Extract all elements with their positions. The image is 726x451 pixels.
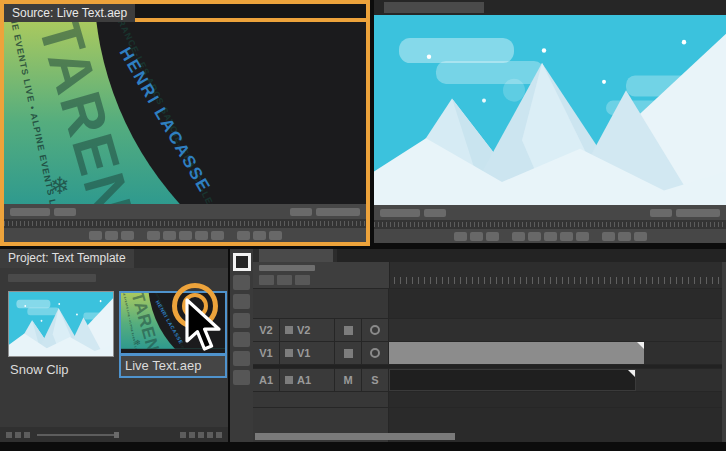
source-go-to-in-button[interactable] bbox=[147, 231, 160, 240]
ripple-edit-tool[interactable] bbox=[233, 294, 250, 309]
delete-icon[interactable] bbox=[216, 432, 222, 438]
source-overwrite-button[interactable] bbox=[253, 231, 266, 240]
selection-tool-active[interactable] bbox=[233, 253, 251, 271]
empty-track-lane[interactable] bbox=[389, 289, 726, 318]
program-play-button[interactable] bbox=[544, 232, 557, 241]
source-duration-left bbox=[54, 208, 76, 216]
source-scrub-ruler[interactable] bbox=[4, 219, 366, 228]
program-scrub-ruler[interactable] bbox=[374, 220, 726, 229]
source-add-marker-button[interactable] bbox=[121, 231, 134, 240]
icon-view-icon[interactable] bbox=[15, 432, 21, 438]
program-step-forward-button[interactable] bbox=[560, 232, 573, 241]
automate-sequence-icon[interactable] bbox=[180, 432, 186, 438]
a1-audio-clip[interactable] bbox=[389, 369, 636, 391]
v2-sync-lock-cell[interactable] bbox=[362, 319, 388, 341]
a1-track-lane[interactable] bbox=[389, 369, 726, 391]
v1-target-toggle[interactable]: V1 bbox=[280, 342, 334, 364]
pen-tool[interactable] bbox=[233, 351, 250, 366]
program-timecode-in bbox=[380, 209, 420, 217]
a1-lock-icon[interactable] bbox=[285, 376, 293, 384]
timeline-tab[interactable] bbox=[259, 249, 333, 262]
source-transport-buttons bbox=[10, 228, 360, 240]
source-export-button[interactable] bbox=[269, 231, 282, 240]
timeline-main: V2 V2 V1 V1 bbox=[253, 249, 726, 442]
new-item-icon[interactable] bbox=[207, 432, 213, 438]
v1-sync-lock-cell[interactable] bbox=[362, 342, 388, 364]
project-tab-bar: Project: Text Template bbox=[0, 249, 228, 268]
track-header-a1: A1 A1 M S bbox=[253, 369, 388, 391]
a1-mute-button[interactable]: M bbox=[335, 369, 361, 391]
track-header-v1: V1 V1 bbox=[253, 342, 388, 364]
v2-enable-cell[interactable] bbox=[335, 319, 361, 341]
program-transport-buttons bbox=[380, 229, 720, 241]
hand-tool[interactable] bbox=[233, 370, 250, 385]
source-step-forward-button[interactable] bbox=[195, 231, 208, 240]
v1-source-assign[interactable]: V1 bbox=[253, 342, 279, 364]
source-play-button[interactable] bbox=[179, 231, 192, 240]
v1-sync-lock-icon[interactable] bbox=[370, 348, 380, 358]
source-timecode-in bbox=[10, 208, 50, 216]
timeline-vertical-scrollbar[interactable] bbox=[722, 262, 726, 442]
v1-enable-cell[interactable] bbox=[335, 342, 361, 364]
project-tab[interactable]: Project: Text Template bbox=[0, 249, 134, 268]
v1-lock-icon[interactable] bbox=[285, 349, 293, 357]
program-export-button[interactable] bbox=[634, 232, 647, 241]
v2-lock-icon[interactable] bbox=[285, 326, 293, 334]
v2-source-assign[interactable]: V2 bbox=[253, 319, 279, 341]
program-extract-button[interactable] bbox=[618, 232, 631, 241]
program-lift-button[interactable] bbox=[602, 232, 615, 241]
project-search-placeholder[interactable] bbox=[8, 274, 96, 282]
timeline-track-area: V2 V2 V1 V1 bbox=[253, 288, 726, 442]
program-tab-bar bbox=[374, 0, 726, 15]
track-select-tool[interactable] bbox=[233, 275, 250, 290]
program-mark-in-button[interactable] bbox=[454, 232, 467, 241]
v1-toggle-icon[interactable] bbox=[344, 349, 353, 358]
empty-track-lane[interactable] bbox=[389, 392, 726, 407]
v2-sync-lock-icon[interactable] bbox=[370, 325, 380, 335]
v1-video-clip[interactable] bbox=[389, 342, 644, 364]
source-tab[interactable]: Source: Live Text.aep bbox=[4, 4, 135, 22]
source-tab-bar: Source: Live Text.aep bbox=[4, 4, 366, 22]
track-row-v1: V1 V1 bbox=[253, 342, 726, 364]
snow-clip-thumbnail[interactable] bbox=[8, 291, 114, 357]
zoom-slider-knob[interactable] bbox=[114, 432, 119, 438]
source-insert-button[interactable] bbox=[237, 231, 250, 240]
project-tab-filler bbox=[134, 249, 228, 268]
slip-tool[interactable] bbox=[233, 332, 250, 347]
find-icon[interactable] bbox=[189, 432, 195, 438]
freeform-view-icon[interactable] bbox=[24, 432, 30, 438]
source-tab-filler bbox=[135, 4, 366, 22]
program-add-marker-button[interactable] bbox=[486, 232, 499, 241]
project-item-snow-clip[interactable]: Snow Clip bbox=[8, 291, 114, 377]
v2-toggle-icon[interactable] bbox=[344, 326, 353, 335]
snowflake-icon: ❄ bbox=[50, 172, 70, 200]
source-timecode-out bbox=[316, 208, 360, 216]
timeline-horizontal-scrollbar[interactable] bbox=[255, 433, 455, 440]
track-row-empty-top bbox=[253, 289, 726, 318]
v1-track-lane[interactable] bbox=[389, 342, 726, 364]
snap-toggle-button[interactable] bbox=[277, 275, 292, 285]
program-step-back-button[interactable] bbox=[528, 232, 541, 241]
source-mark-out-button[interactable] bbox=[105, 231, 118, 240]
source-go-to-out-button[interactable] bbox=[211, 231, 224, 240]
v2-target-toggle[interactable]: V2 bbox=[280, 319, 334, 341]
timeline-time-ruler[interactable] bbox=[389, 262, 726, 288]
new-bin-icon[interactable] bbox=[198, 432, 204, 438]
marker-button[interactable] bbox=[295, 275, 310, 285]
a1-source-assign[interactable]: A1 bbox=[253, 369, 279, 391]
a1-target-toggle[interactable]: A1 bbox=[280, 369, 334, 391]
a1-solo-button[interactable]: S bbox=[362, 369, 388, 391]
program-tab[interactable] bbox=[384, 2, 484, 13]
v2-track-lane[interactable] bbox=[389, 319, 726, 341]
timeline-tab-bar bbox=[253, 249, 726, 262]
program-mark-out-button[interactable] bbox=[470, 232, 483, 241]
razor-tool[interactable] bbox=[233, 313, 250, 328]
program-go-to-out-button[interactable] bbox=[576, 232, 589, 241]
program-go-to-in-button[interactable] bbox=[512, 232, 525, 241]
list-view-icon[interactable] bbox=[6, 432, 12, 438]
source-mark-in-button[interactable] bbox=[89, 231, 102, 240]
source-step-back-button[interactable] bbox=[163, 231, 176, 240]
nest-toggle-button[interactable] bbox=[259, 275, 274, 285]
thumbnail-zoom-slider[interactable] bbox=[37, 434, 117, 436]
source-transport-bar bbox=[4, 204, 366, 242]
